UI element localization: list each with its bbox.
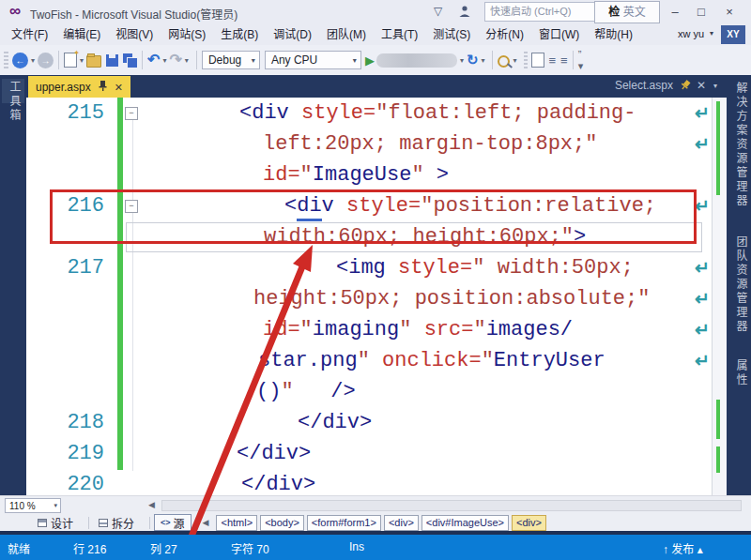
zoom-level-combo[interactable]: 110 % ▾ (5, 498, 61, 513)
document-tab-strip: upper.aspx ✕ Select.aspx ✕ ▾ (0, 75, 751, 98)
code-token: " (300, 318, 313, 341)
close-tab-icon[interactable]: ✕ (115, 82, 123, 93)
code-token: > (424, 163, 449, 187)
browser-name-blurred[interactable] (376, 53, 457, 68)
menu-item[interactable]: 生成(B) (213, 24, 266, 45)
menu-item[interactable]: 文件(F) (4, 24, 55, 45)
redo-icon[interactable]: ↷ (169, 52, 181, 68)
fold-collapse-icon[interactable]: − (125, 107, 138, 120)
document-outline-icon[interactable] (531, 53, 544, 68)
navigate-forward-icon[interactable]: → (38, 53, 54, 68)
pin-icon[interactable] (99, 81, 107, 93)
code-token: " (399, 318, 423, 341)
left-tool-strip: 工具箱 (0, 75, 26, 495)
view-label: 拆分 (112, 515, 134, 531)
vertical-scrollbar[interactable] (712, 98, 727, 495)
find-in-files-icon[interactable] (498, 55, 510, 68)
maximize-button[interactable]: □ (691, 4, 712, 21)
undo-icon[interactable]: ↶ (147, 52, 160, 68)
code-line: star.png" onclick="EntryUser (258, 346, 605, 376)
breadcrumb-tag[interactable]: <body> (260, 515, 304, 531)
solution-platform-combo[interactable]: Any CPU▾ (265, 51, 361, 69)
browser-caret-icon[interactable]: ▾ (457, 56, 467, 65)
horizontal-scrollbar[interactable] (161, 500, 742, 511)
ime-language-indicator[interactable]: 检 英文 (594, 1, 660, 23)
code-editor[interactable]: 215−<div style="float:left; padding-↵lef… (26, 98, 712, 495)
breadcrumb-tag[interactable]: <html> (216, 515, 257, 531)
user-dropdown-caret-icon[interactable]: ▾ (710, 29, 713, 38)
menu-item[interactable]: 测试(S) (425, 24, 478, 45)
publish-button[interactable]: ↑ 发布 ▴ (663, 540, 703, 556)
minimize-button[interactable]: – (665, 4, 685, 21)
platform-value: Any CPU (271, 53, 317, 67)
redo-caret-icon[interactable]: ▾ (182, 56, 192, 65)
solution-configuration-combo[interactable]: Debug▾ (202, 51, 260, 69)
tab-select-aspx[interactable]: Select.aspx ✕ ▾ (615, 79, 717, 92)
refresh-caret-icon[interactable]: ▾ (478, 56, 487, 65)
view-button-src[interactable]: <>源 (154, 514, 192, 531)
sidebar-tab-solution-explorer[interactable]: 解决方案资源管理器 (733, 82, 749, 208)
menu-item[interactable]: 工具(T) (374, 24, 425, 45)
refresh-icon[interactable]: ↻ (467, 52, 479, 68)
breadcrumb-tag[interactable]: <div#ImageUse> (421, 515, 509, 531)
word-wrap-return-icon: ↵ (695, 253, 710, 283)
toolbar-separator (573, 51, 574, 69)
toolbar-overflow-icon[interactable]: ”▾ (578, 49, 583, 72)
code-line: ()" /> (256, 377, 356, 407)
toolbar-grip[interactable] (4, 52, 8, 68)
view-button-design[interactable]: 设计 (32, 515, 79, 530)
view-button-split[interactable]: 拆分 (93, 515, 140, 530)
back-dropdown-caret-icon[interactable]: ▾ (28, 56, 38, 65)
breadcrumb-tag[interactable]: <div> (384, 515, 419, 531)
tab-upper-aspx[interactable]: upper.aspx ✕ (28, 76, 130, 98)
open-file-icon[interactable] (86, 55, 101, 68)
save-all-icon[interactable] (123, 53, 137, 68)
toolbar-separator (196, 51, 197, 69)
decrease-indent-icon[interactable]: ≡ (549, 53, 557, 68)
pin-icon[interactable] (678, 78, 692, 93)
close-button[interactable]: × (719, 4, 740, 21)
close-tab-icon[interactable]: ✕ (697, 79, 706, 92)
separator (88, 517, 89, 529)
notifications-flag-icon[interactable]: ▽ (434, 5, 442, 18)
combo-caret-icon: ▾ (349, 56, 360, 65)
menu-item[interactable]: 调试(D) (266, 24, 319, 45)
navigate-back-icon[interactable]: ← (12, 53, 28, 68)
menu-item[interactable]: 网站(S) (161, 24, 213, 45)
sidebar-tab-team-explorer[interactable]: 团队资源管理器 (733, 235, 749, 334)
breadcrumb-back-icon[interactable]: ◀ (203, 518, 209, 527)
breadcrumb-tag[interactable]: <div> (512, 515, 546, 531)
hscroll-left-arrow-icon[interactable]: ◀ (148, 500, 155, 509)
increase-indent-icon[interactable]: ≡ (560, 53, 568, 68)
menu-item[interactable]: 视图(V) (108, 24, 161, 45)
standard-toolbar: ← ▾ → ✦ ▾ ↶ ▾ ↷ ▾ Debug▾ Any CPU▾ ▶ ▾ ↻ … (0, 45, 751, 75)
code-token: star.png (258, 349, 358, 372)
undo-caret-icon[interactable]: ▾ (160, 56, 169, 65)
code-line: id="ImageUse" > (263, 160, 449, 190)
sidebar-tab-toolbox[interactable]: 工具箱 (7, 81, 23, 123)
code-token: imaging (313, 318, 399, 341)
find-caret-icon[interactable]: ▾ (510, 56, 519, 65)
code-token: id= (263, 163, 300, 187)
avatar[interactable]: XY (721, 25, 745, 44)
menu-item[interactable]: 帮助(H) (587, 24, 640, 45)
signed-in-user[interactable]: xw yu (678, 28, 704, 39)
editor-zoom-row: 110 % ▾ ◀ (0, 495, 751, 514)
breadcrumb-tag[interactable]: <form#form1> (307, 515, 381, 531)
save-icon[interactable] (106, 54, 118, 67)
tab-label: upper.aspx (36, 81, 91, 94)
sidebar-tab-properties[interactable]: 属性 (733, 359, 749, 387)
status-line-number: 行 216 (73, 540, 106, 556)
line-number: 218 (26, 408, 104, 438)
code-token: " (300, 163, 313, 187)
feedback-person-icon[interactable] (458, 5, 471, 22)
menu-item[interactable]: 分析(N) (478, 24, 531, 45)
menu-item[interactable]: 编辑(E) (55, 24, 108, 45)
start-debugging-icon[interactable]: ▶ (365, 53, 375, 68)
tab-list-caret-icon[interactable]: ▾ (713, 82, 717, 90)
quick-launch-search-input[interactable]: 快速启动 (Ctrl+Q) (484, 2, 596, 22)
sparkle-icon: ✦ (73, 49, 80, 57)
new-file-icon[interactable]: ✦ (64, 53, 77, 68)
menu-item[interactable]: 团队(M) (319, 24, 374, 45)
menu-item[interactable]: 窗口(W) (531, 24, 587, 45)
